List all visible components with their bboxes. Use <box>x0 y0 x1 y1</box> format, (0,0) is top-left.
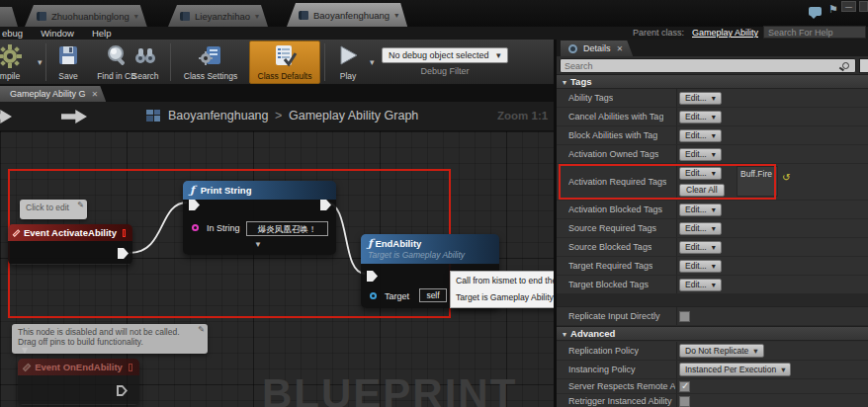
event-diamond-icon <box>13 229 21 237</box>
chevron-down-icon[interactable]: ▾ <box>394 11 398 20</box>
class-defaults-icon <box>272 43 298 67</box>
edit-dropdown-button[interactable]: Edit... <box>679 204 722 216</box>
minimize-button[interactable]: — <box>841 1 856 12</box>
gear-icon <box>0 43 23 69</box>
blueprint-canvas[interactable]: BLUEPRINT Click to edit ✎ Event Activate… <box>0 131 554 407</box>
row-source-blocked: Source Blocked Tags Edit... <box>557 238 868 257</box>
row-target-blocked: Target Blocked Tags Edit... <box>557 276 868 294</box>
class-settings-button[interactable]: Class Settings <box>174 41 247 83</box>
edit-dropdown-button[interactable]: Edit... <box>679 92 722 105</box>
server-respects-checkbox[interactable] <box>679 381 690 392</box>
menu-window[interactable]: Window <box>41 28 74 39</box>
asset-tab-partial[interactable] <box>0 7 18 27</box>
details-search-input[interactable] <box>561 61 842 71</box>
node-title: Print String <box>201 185 252 196</box>
asset-tab-baoyanfenghuang[interactable]: Baoyanfenghuang ▾ <box>287 3 407 27</box>
row-ability-tags: Ability Tags Edit... <box>557 89 868 108</box>
asset-tab-lieyanzhihao[interactable]: Lieyanzhihao ▾ <box>168 5 268 27</box>
function-icon: ƒ <box>190 184 195 197</box>
nav-forward-arrow-icon[interactable] <box>61 110 87 123</box>
pencil-icon[interactable]: ✎ <box>198 325 205 334</box>
close-icon[interactable]: ✕ <box>617 44 624 53</box>
edit-dropdown-button[interactable]: Edit... <box>679 279 722 291</box>
comment-bubble[interactable]: Click to edit ✎ <box>20 200 87 219</box>
replication-policy-dropdown[interactable]: Do Not Replicate <box>679 344 764 358</box>
details-search-box[interactable] <box>560 58 856 73</box>
flag-icon[interactable]: ⚑ <box>828 3 838 16</box>
node-event-on-end-ability[interactable]: Event OnEndAbility <box>18 359 139 405</box>
asset-tab-label: Lieyanzhihao <box>195 11 250 22</box>
highlight-red-box <box>559 164 776 200</box>
play-icon <box>336 43 360 67</box>
parent-class-label: Parent class: <box>633 28 684 38</box>
graph-document-tab[interactable]: Gameplay Ability G ✕ <box>0 86 106 102</box>
asset-tab-label: Zhuohuanbinglong <box>51 11 130 22</box>
feedback-chat-icon[interactable] <box>809 7 822 16</box>
blueprint-graph-icon <box>146 110 161 122</box>
event-marker-icon <box>123 229 126 237</box>
node-event-activate-ability[interactable]: Event ActivateAbility <box>8 224 132 265</box>
compile-options-caret-icon[interactable]: ▾ <box>38 57 43 67</box>
string-value-input[interactable]: 爆炎凤凰召唤！ <box>246 221 328 236</box>
row-source-required: Source Required Tags Edit... <box>557 219 868 238</box>
binoculars-icon <box>133 43 157 67</box>
search-button[interactable]: Search <box>123 41 168 83</box>
breadcrumb-root[interactable]: Baoyanfenghuang <box>168 109 268 122</box>
section-header-tags[interactable]: ▾Tags <box>557 74 868 89</box>
row-target-required: Target Required Tags Edit... <box>557 257 868 276</box>
replicate-input-checkbox[interactable] <box>679 311 690 322</box>
debug-object-dropdown[interactable]: No debug object selected <box>382 47 508 63</box>
class-defaults-button[interactable]: Class Defaults <box>249 41 320 84</box>
event-diamond-icon <box>23 363 32 371</box>
expand-triangle-icon[interactable]: ▾ <box>563 330 566 339</box>
pin-label: In String <box>207 223 240 233</box>
chevron-down-icon[interactable]: ▾ <box>134 12 138 21</box>
event-marker-icon <box>129 364 132 371</box>
compile-button[interactable]: mpile <box>0 41 36 83</box>
nav-back-arrow-icon[interactable] <box>0 110 12 123</box>
blueprint-editor-window: Zhuohuanbinglong ▾ Lieyanzhihao ▾ Baoyan… <box>0 0 868 407</box>
edit-dropdown-button[interactable]: Edit... <box>679 222 722 235</box>
expand-triangle-icon[interactable]: ▾ <box>563 78 566 87</box>
node-print-string[interactable]: ƒ Print String In String 爆炎凤凰召唤！ ▼ <box>183 181 336 255</box>
edit-dropdown-button[interactable]: Edit... <box>679 148 722 161</box>
section-header-advanced[interactable]: ▾Advanced <box>557 326 868 341</box>
menu-help[interactable]: Help <box>92 28 112 39</box>
node-title: Event OnEndAbility <box>35 362 123 372</box>
collapse-arrow-icon[interactable]: ▼ <box>254 240 262 249</box>
class-settings-icon <box>198 43 223 67</box>
revert-arrow-icon[interactable]: ↺ <box>782 172 790 183</box>
string-pin-icon[interactable] <box>192 224 199 231</box>
edit-dropdown-button[interactable]: Edit... <box>679 111 722 123</box>
parent-class-link[interactable]: Gameplay Ability <box>692 28 758 38</box>
function-icon: ƒ <box>368 237 373 250</box>
menu-debug[interactable]: ebug <box>2 28 23 39</box>
instancing-policy-dropdown[interactable]: Instanced Per Execution <box>679 363 791 376</box>
edit-dropdown-button[interactable]: Edit... <box>679 241 722 254</box>
edit-dropdown-button[interactable]: Edit... <box>679 260 722 273</box>
play-button[interactable]: Play <box>328 41 368 83</box>
disabled-node-note[interactable]: This node is disabled and will not be ca… <box>12 324 208 354</box>
maximize-button[interactable] <box>859 1 868 12</box>
target-pin-icon[interactable] <box>370 292 377 299</box>
details-panel: Details ✕ ▾Tags Ability Tags Edit... Can… <box>554 40 868 407</box>
search-options-box[interactable] <box>859 58 868 73</box>
title-bar: Zhuohuanbinglong ▾ Lieyanzhihao ▾ Baoyan… <box>0 0 868 27</box>
node-tooltip: Call from kismet to end the ability natu… <box>450 271 554 308</box>
help-search-input[interactable] <box>763 26 866 39</box>
tooltip-line2: Target is Gameplay Ability <box>456 292 554 302</box>
save-button[interactable]: Save <box>47 41 89 83</box>
details-tab[interactable]: Details ✕ <box>561 41 633 56</box>
retrigger-checkbox[interactable] <box>679 396 690 407</box>
chevron-down-icon[interactable]: ▾ <box>255 12 259 21</box>
section-gap <box>557 294 868 307</box>
asset-tab-zhuohuanbinglong[interactable]: Zhuohuanbinglong ▾ <box>25 5 147 27</box>
row-block-abilities: Block Abilities with Tag Edit... <box>557 126 868 145</box>
node-title: Event ActivateAbility <box>24 227 117 238</box>
pencil-icon[interactable]: ✎ <box>77 201 84 209</box>
edit-dropdown-button[interactable]: Edit... <box>679 129 722 142</box>
target-value-input[interactable]: self <box>419 288 447 302</box>
play-options-caret-icon[interactable]: ▾ <box>370 57 375 67</box>
close-icon[interactable]: ✕ <box>92 90 99 99</box>
row-server-respects: Server Respects Remote Abilit <box>557 379 868 394</box>
